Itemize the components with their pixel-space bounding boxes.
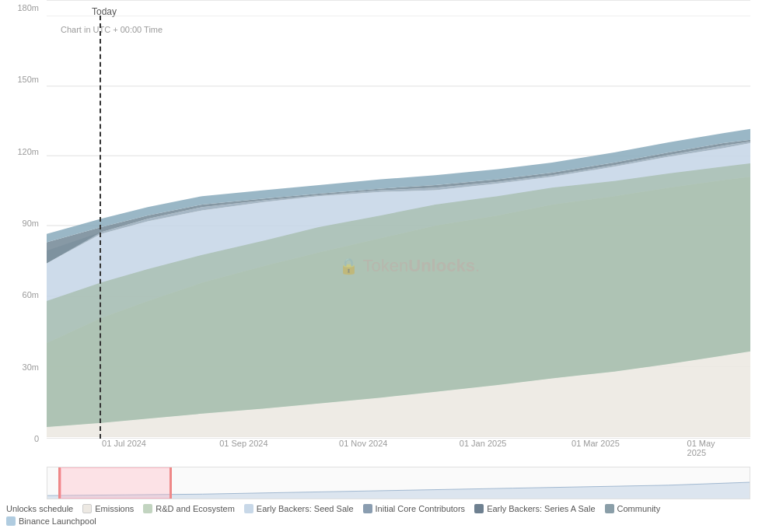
y-axis: 0 30m 60m 90m 120m 150m 180m: [0, 8, 45, 439]
seed-sale-label: Early Backers: Seed Sale: [257, 504, 354, 513]
chart-container: Today Chart in UTC + 00:00 Time 0 30m 60…: [0, 0, 762, 532]
x-label-jan: 01 Jan 2025: [460, 439, 507, 448]
y-label-150m: 150m: [17, 75, 39, 84]
y-label-180m: 180m: [17, 3, 39, 12]
emissions-label: Emissions: [95, 504, 134, 513]
x-label-sep: 01 Sep 2024: [219, 439, 267, 448]
unlocks-schedule-label: Unlocks schedule: [6, 504, 73, 513]
legend-unlocks-schedule: Unlocks schedule: [6, 504, 73, 513]
y-label-0: 0: [34, 434, 39, 443]
binance-label: Binance Launchpool: [19, 516, 96, 526]
y-label-90m: 90m: [23, 219, 39, 228]
legend-emissions: Emissions: [82, 504, 134, 513]
legend: Unlocks schedule Emissions R&D and Ecosy…: [0, 504, 762, 526]
y-label-120m: 120m: [17, 147, 39, 156]
emissions-dot: [82, 504, 92, 513]
mini-chart[interactable]: [47, 467, 750, 499]
core-contributors-dot: [363, 504, 372, 513]
y-label-30m: 30m: [23, 362, 39, 372]
binance-dot: [6, 516, 16, 526]
legend-seed-sale: Early Backers: Seed Sale: [244, 504, 354, 513]
community-label: Community: [617, 504, 661, 513]
mini-right-handle[interactable]: [170, 467, 172, 499]
x-label-nov: 01 Nov 2024: [339, 439, 387, 448]
legend-series-a: Early Backers: Series A Sale: [474, 504, 595, 513]
series-a-dot: [474, 504, 484, 513]
today-line: [100, 16, 101, 439]
grid-line-1: [47, 0, 750, 1]
legend-community: Community: [605, 504, 661, 513]
community-dot: [605, 504, 614, 513]
legend-core-contributors: Initial Core Contributors: [363, 504, 466, 513]
y-label-60m: 60m: [23, 290, 39, 299]
x-label-jul: 01 Jul 2024: [102, 439, 146, 448]
x-label-may: 01 May 2025: [687, 439, 729, 457]
core-contributors-label: Initial Core Contributors: [376, 504, 466, 513]
x-label-mar: 01 Mar 2025: [572, 439, 620, 448]
x-axis: 01 Jul 2024 01 Sep 2024 01 Nov 2024 01 J…: [47, 439, 750, 454]
mini-highlight[interactable]: [61, 467, 172, 499]
legend-rd-ecosystem: R&D and Ecosystem: [143, 504, 234, 513]
seed-sale-dot: [244, 504, 253, 513]
main-chart-svg: [47, 16, 750, 437]
legend-binance: Binance Launchpool: [6, 516, 96, 526]
rd-ecosystem-dot: [143, 504, 152, 513]
rd-ecosystem-label: R&D and Ecosystem: [156, 504, 234, 513]
series-a-label: Early Backers: Series A Sale: [487, 504, 595, 513]
